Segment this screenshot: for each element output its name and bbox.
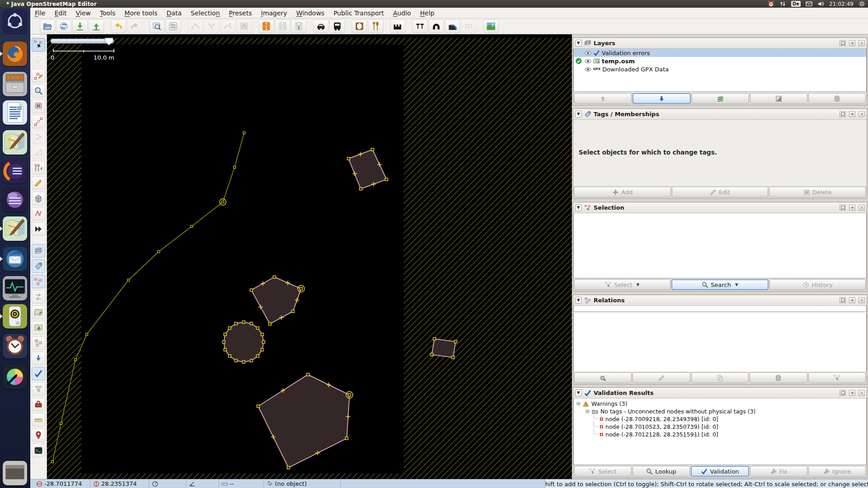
- restaurant-button[interactable]: [368, 19, 383, 33]
- way-node[interactable]: [250, 322, 253, 325]
- gpx-node[interactable]: [222, 201, 224, 203]
- way-node[interactable]: [222, 341, 225, 343]
- way-node[interactable]: [224, 333, 226, 336]
- validation-node-row[interactable]: node (-28.7009218, 28.2349398) [id: 0]: [574, 415, 866, 423]
- gpx-node[interactable]: [86, 333, 88, 336]
- collapse-icon[interactable]: ▼: [575, 204, 582, 211]
- tree-collapse-handle[interactable]: [585, 409, 590, 413]
- menu-presets[interactable]: Presets: [224, 9, 256, 18]
- way-node[interactable]: [345, 437, 348, 440]
- new-relation-button[interactable]: [574, 372, 632, 383]
- dots-button[interactable]: [461, 19, 476, 33]
- shrink-panel-icon[interactable]: [840, 297, 846, 303]
- tunnel-button[interactable]: [429, 19, 444, 33]
- close-panel-icon[interactable]: [859, 297, 865, 303]
- dock-speaker-app[interactable]: [3, 304, 27, 328]
- annotate-tool-button[interactable]: [32, 176, 45, 190]
- menu-edit[interactable]: Edit: [50, 9, 71, 18]
- way-node[interactable]: [242, 361, 245, 363]
- detach-panel-icon[interactable]: [849, 111, 855, 117]
- way-node[interactable]: [256, 327, 259, 329]
- clock[interactable]: 21:02:49: [829, 1, 854, 7]
- dock-alarm-clock-app[interactable]: [3, 334, 27, 358]
- way-node[interactable]: [242, 321, 245, 324]
- relation-panel-toggle-button[interactable]: [32, 336, 45, 350]
- validation-group-row[interactable]: No tags - Unconnected nodes without phys…: [574, 408, 866, 415]
- zoom-tool-button[interactable]: [32, 84, 45, 98]
- add-tag-button[interactable]: Add: [574, 187, 671, 197]
- way-node[interactable]: [256, 355, 259, 357]
- dock-thunderbird[interactable]: [3, 247, 27, 271]
- open-file-button[interactable]: [40, 19, 55, 33]
- menu-selection[interactable]: Selection: [186, 9, 225, 18]
- way-node[interactable]: [250, 289, 253, 291]
- layer-row-downloaded-gpx-data[interactable]: GPXDownloaded GPX Data: [574, 65, 866, 73]
- validation-node-row[interactable]: node (-28.7012128, 28.2351591) [id: 0]: [574, 431, 866, 438]
- layer-visibility-eye-icon[interactable]: [585, 58, 591, 65]
- edit-relation-button[interactable]: [632, 372, 690, 383]
- way-node[interactable]: [300, 287, 302, 290]
- road-gray-button[interactable]: [275, 19, 290, 33]
- notes-pin-toggle-button[interactable]: [32, 428, 45, 442]
- mail-icon[interactable]: [806, 0, 812, 7]
- selection-history-button[interactable]: History: [769, 279, 866, 290]
- menu-public-transport[interactable]: Public Transport: [329, 9, 389, 18]
- mappaint-panel-toggle-button[interactable]: [32, 305, 45, 319]
- menu-file[interactable]: File: [30, 9, 50, 18]
- network-arrows-icon[interactable]: [779, 0, 786, 7]
- selection-search-button[interactable]: Search▼: [671, 279, 769, 290]
- layer-row-validation-errors[interactable]: Validation errors: [574, 49, 866, 57]
- menu-tools[interactable]: Tools: [95, 9, 120, 18]
- gpx-node[interactable]: [243, 132, 245, 134]
- way-node[interactable]: [385, 178, 388, 181]
- gpx-node[interactable]: [127, 279, 130, 282]
- lasso-tool-button[interactable]: [32, 53, 45, 67]
- way-circle[interactable]: [222, 321, 265, 363]
- way-node[interactable]: [224, 348, 226, 351]
- edit-tag-button[interactable]: Edit: [672, 187, 769, 197]
- detach-panel-icon[interactable]: [849, 390, 855, 396]
- filter-panel-toggle-button[interactable]: [32, 382, 45, 396]
- pier-button[interactable]: [390, 19, 406, 33]
- building-tool-button[interactable]: [32, 192, 45, 205]
- way-node[interactable]: [273, 276, 276, 278]
- validation-ignore-button[interactable]: Ignore: [808, 466, 866, 477]
- validation-panel-toggle-button[interactable]: [32, 367, 45, 380]
- dock-window-gray[interactable]: [3, 461, 27, 485]
- detach-panel-icon[interactable]: [849, 40, 855, 46]
- road-orange-button[interactable]: [259, 19, 274, 33]
- detach-panel-icon[interactable]: [849, 205, 855, 211]
- parallel-way-tool-button[interactable]: [32, 161, 45, 174]
- close-panel-icon[interactable]: [859, 40, 865, 46]
- selection-panel-toggle-button[interactable]: [32, 275, 45, 288]
- menu-windows[interactable]: Windows: [292, 9, 329, 18]
- detach-panel-icon[interactable]: [849, 297, 855, 303]
- delete-tool-button[interactable]: [32, 99, 45, 113]
- validation-node-row[interactable]: node (-28.7010523, 28.2350739) [id: 0]: [574, 423, 866, 431]
- shrink-panel-icon[interactable]: [840, 205, 846, 211]
- layer-visibility-eye-icon[interactable]: [585, 66, 591, 73]
- car-button[interactable]: [313, 19, 329, 33]
- layers-panel-toggle-button[interactable]: [32, 244, 45, 258]
- shrink-panel-icon[interactable]: [840, 40, 846, 46]
- menu-view[interactable]: View: [71, 9, 95, 18]
- keyboard-layout-indicator[interactable]: De: [791, 1, 801, 7]
- merge-layer[interactable]: [692, 93, 749, 104]
- collapse-icon[interactable]: ▼: [575, 389, 582, 396]
- terminal-toggle-button[interactable]: [32, 444, 45, 457]
- redo-button[interactable]: [127, 19, 142, 33]
- terrace-tool-button[interactable]: [32, 207, 45, 221]
- download-data-button[interactable]: [56, 19, 71, 33]
- way-node[interactable]: [430, 353, 433, 356]
- relations-list[interactable]: [573, 313, 867, 373]
- gpx-node[interactable]: [52, 461, 54, 463]
- map-canvas[interactable]: 010.0 m: [47, 34, 572, 479]
- way-node[interactable]: [262, 341, 265, 343]
- select-relation-button[interactable]: [808, 372, 866, 383]
- way-node[interactable]: [292, 310, 294, 313]
- move-layer-up[interactable]: [574, 93, 632, 104]
- way-tool-b-button[interactable]: [204, 19, 219, 33]
- way-node[interactable]: [452, 356, 454, 359]
- layer-opacity[interactable]: [750, 93, 807, 104]
- collapse-icon[interactable]: ▼: [575, 40, 582, 47]
